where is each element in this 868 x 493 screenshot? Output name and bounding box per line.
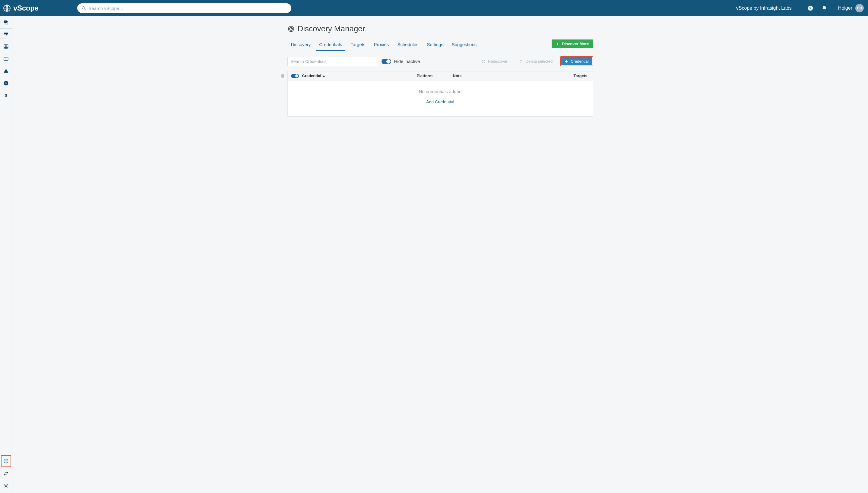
credentials-table-wrapper: Credential ▲ Platform Note Targets No cr…: [287, 71, 593, 116]
hide-inactive-toggle[interactable]: [381, 59, 391, 64]
sidebar-item-tables[interactable]: [0, 41, 12, 53]
sidebar-item-alerts[interactable]: [0, 65, 12, 77]
svg-point-26: [4, 474, 5, 475]
sidebar-item-dashboard[interactable]: [0, 29, 12, 41]
tab-proxies[interactable]: Proxies: [370, 39, 392, 51]
bell-icon[interactable]: [821, 5, 827, 11]
sidebar-item-discovery[interactable]: [3, 458, 9, 464]
brand-logo[interactable]: vScope: [3, 4, 39, 12]
add-credential-highlight: Credential: [560, 56, 593, 66]
plus-icon: [556, 42, 559, 46]
svg-point-17: [6, 59, 6, 59]
page-header: Discovery Manager: [287, 24, 593, 34]
svg-point-25: [7, 472, 8, 473]
svg-point-32: [482, 61, 484, 62]
global-search-field[interactable]: [77, 3, 291, 13]
trash-icon: [519, 59, 523, 64]
global-search-input[interactable]: [89, 6, 287, 11]
rediscover-label: Rediscover: [488, 59, 508, 64]
svg-rect-9: [6, 34, 7, 36]
rediscover-button: Rediscover: [477, 57, 512, 66]
svg-point-24: [5, 472, 7, 475]
add-credential-link[interactable]: Add Credential: [426, 100, 454, 104]
page-title: Discovery Manager: [298, 24, 365, 34]
add-credential-button[interactable]: Credential: [561, 57, 592, 65]
sidebar-item-notes[interactable]: [0, 53, 12, 65]
svg-point-18: [7, 59, 7, 59]
header-active-toggle[interactable]: [291, 74, 299, 78]
svg-rect-8: [6, 33, 8, 34]
column-header-credential-label: Credential: [302, 73, 322, 78]
column-header-targets[interactable]: Targets: [566, 73, 593, 78]
left-sidebar: $: [0, 16, 12, 493]
svg-point-1: [82, 6, 85, 9]
delete-selected-label: Delete selected: [526, 59, 553, 64]
app-shell: $ Discovery Manager: [0, 16, 868, 493]
global-search: [77, 3, 291, 13]
add-credential-label: Credential: [571, 59, 588, 64]
radar-small-icon: [481, 59, 485, 64]
svg-point-31: [482, 60, 485, 63]
table-header-row: Credential ▲ Platform Note Targets: [288, 71, 593, 81]
sidebar-item-discovery-highlight: [1, 455, 11, 467]
tab-schedules[interactable]: Schedules: [394, 39, 422, 51]
svg-rect-5: [4, 21, 7, 23]
tab-suggestions[interactable]: Suggestions: [448, 39, 480, 51]
sidebar-item-billing[interactable]: $: [0, 89, 12, 101]
user-menu[interactable]: Holger HH: [838, 4, 864, 12]
delete-selected-button: Delete selected: [515, 57, 557, 66]
empty-state-text: No credentials added: [419, 89, 462, 94]
radar-icon: [287, 25, 295, 33]
sidebar-item-play[interactable]: [0, 77, 12, 89]
svg-point-16: [5, 59, 5, 59]
svg-line-2: [84, 9, 86, 10]
help-icon[interactable]: ?: [807, 5, 813, 11]
status-dot-icon: [281, 74, 284, 78]
svg-point-27: [5, 485, 7, 486]
topbar: vScope vScope by Infrasight Labs ? Holge…: [0, 0, 868, 16]
sidebar-item-integrations[interactable]: [0, 468, 12, 480]
column-header-credential[interactable]: Credential ▲: [302, 73, 417, 78]
credentials-search-input[interactable]: [287, 57, 378, 66]
svg-point-30: [290, 28, 291, 29]
svg-text:?: ?: [809, 6, 811, 10]
tab-targets[interactable]: Targets: [347, 39, 369, 51]
hide-inactive-label: Hide inactive: [394, 59, 420, 64]
user-avatar: HH: [855, 4, 864, 12]
discover-more-label: Discover More: [562, 42, 589, 46]
sort-asc-icon: ▲: [323, 74, 326, 78]
tabs: Discovery Credentials Targets Proxies Sc…: [287, 39, 593, 51]
sidebar-item-library[interactable]: [0, 16, 12, 28]
credentials-table: Credential ▲ Platform Note Targets No cr…: [287, 71, 593, 116]
tab-settings[interactable]: Settings: [423, 39, 447, 51]
user-name-label: Holger: [838, 5, 852, 11]
credentials-toolbar: Hide inactive Rediscover Delete selected: [287, 56, 593, 66]
table-body: No credentials added Add Credential: [288, 81, 593, 116]
svg-point-23: [6, 461, 6, 462]
svg-rect-10: [4, 45, 8, 49]
column-header-note[interactable]: Note: [453, 73, 566, 78]
column-header-platform[interactable]: Platform: [417, 73, 453, 78]
globe-icon: [3, 4, 11, 12]
svg-rect-7: [4, 33, 6, 34]
svg-text:$: $: [5, 93, 7, 98]
tab-discovery[interactable]: Discovery: [287, 39, 314, 51]
tab-credentials[interactable]: Credentials: [315, 39, 346, 51]
brand-name: vScope: [13, 4, 39, 12]
content-area: Discovery Manager Discovery Credentials …: [12, 16, 868, 493]
search-icon: [81, 6, 86, 10]
sidebar-item-settings[interactable]: [0, 480, 12, 492]
org-label: vScope by Infrasight Labs: [736, 5, 792, 11]
discover-more-button[interactable]: Discover More: [552, 40, 593, 48]
plus-icon: [564, 60, 568, 63]
